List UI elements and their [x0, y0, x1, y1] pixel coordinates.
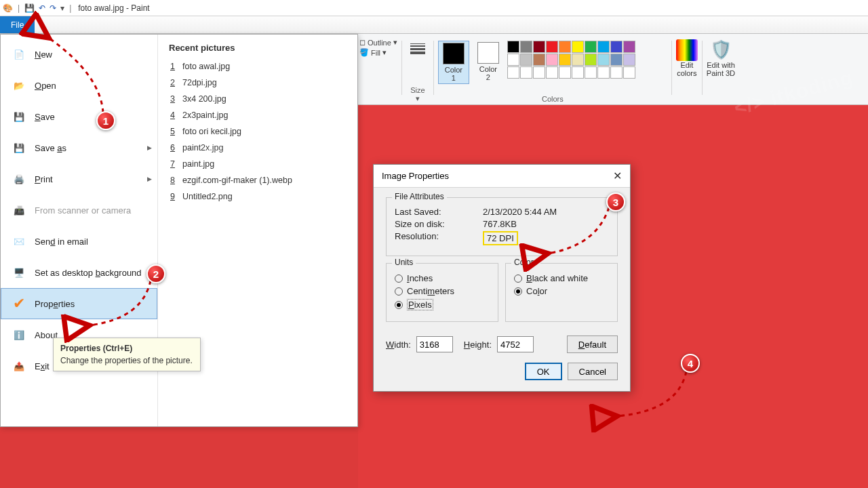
swatch[interactable]: [507, 66, 519, 79]
menu-scanner: 📠From scanner or camera: [1, 195, 157, 226]
recent-item[interactable]: 8ezgif.com-gif-maker (1).webp: [169, 172, 347, 188]
swatch[interactable]: [559, 54, 571, 66]
swatch[interactable]: [585, 41, 597, 53]
paint3d-icon: 🛡️: [710, 39, 732, 61]
swatch[interactable]: [623, 54, 635, 66]
swatch[interactable]: [610, 41, 623, 53]
fill-icon: 🪣: [359, 48, 369, 57]
exit-icon: 📤: [10, 357, 28, 375]
new-icon: 📄: [10, 45, 28, 63]
radio-bw[interactable]: Black and white: [514, 273, 609, 283]
ribbon-size[interactable]: Size▾: [402, 38, 433, 104]
ribbon-tabs: File: [0, 16, 868, 34]
annotation-badge-4: 4: [681, 354, 700, 373]
swatch[interactable]: [623, 66, 635, 79]
annotation-badge-1: 1: [96, 111, 115, 130]
color-swatches[interactable]: [507, 41, 635, 79]
print-icon: 🖨️: [10, 170, 28, 188]
ribbon: ◻Outline ▾ 🪣Fill ▾ Size▾ Color 1 Color 2…: [339, 34, 868, 105]
swatch[interactable]: [520, 41, 532, 53]
menu-save-as[interactable]: 💾Save as▶: [1, 132, 157, 163]
menu-print[interactable]: 🖨️Print▶: [1, 163, 157, 195]
title-filename: foto awal.jpg: [78, 3, 123, 13]
radio-pixels[interactable]: Pixels: [395, 299, 490, 310]
ok-button[interactable]: OK: [525, 363, 562, 380]
recent-item[interactable]: 33x4 200.jpg: [169, 91, 347, 107]
swatch[interactable]: [507, 54, 519, 66]
app-icon: 🎨: [0, 3, 15, 13]
edit-colors-button[interactable]: Edit colors: [672, 38, 702, 79]
annotation-badge-2: 2: [146, 264, 165, 283]
properties-icon: ✔: [10, 295, 28, 312]
swatch[interactable]: [610, 66, 623, 79]
recent-item[interactable]: 1foto awal.jpg: [169, 58, 347, 75]
titlebar: 🎨 | 💾 ↶ ↷ ▾ | foto awal.jpg - Paint: [0, 0, 868, 16]
swatch[interactable]: [597, 54, 610, 66]
swatch[interactable]: [572, 66, 584, 79]
swatch[interactable]: [533, 66, 545, 79]
swatch[interactable]: [572, 41, 584, 53]
open-icon: 📂: [10, 77, 28, 94]
menu-desktop-bg[interactable]: 🖥️Set as desktop background▶: [1, 257, 157, 288]
radio-cm[interactable]: Centimeters: [395, 286, 490, 296]
size-on-disk-value: 767.8KB: [483, 219, 517, 229]
resolution-value: 72 DPI: [483, 231, 518, 245]
email-icon: ✉️: [10, 232, 28, 250]
paint3d-button[interactable]: 🛡️ Edit with Paint 3D: [703, 38, 739, 79]
swatch[interactable]: [572, 54, 584, 66]
scanner-icon: 📠: [10, 201, 28, 219]
radio-color[interactable]: Color: [514, 286, 609, 296]
tooltip-title: Properties (Ctrl+E): [60, 344, 193, 353]
swatch[interactable]: [533, 54, 545, 66]
color2-button[interactable]: Color 2: [473, 41, 503, 83]
qat-redo-icon[interactable]: ↷: [50, 3, 56, 13]
desktop-bg-icon: 🖥️: [10, 264, 28, 281]
swatch[interactable]: [597, 66, 610, 79]
recent-item[interactable]: 6paint2x.jpg: [169, 140, 347, 156]
swatch[interactable]: [585, 54, 597, 66]
recent-item[interactable]: 7paint.jpg: [169, 156, 347, 172]
title-appname: Paint: [131, 3, 149, 13]
annotation-badge-3: 3: [606, 192, 625, 211]
recent-header: Recent pictures: [169, 43, 347, 53]
file-tab[interactable]: File: [0, 16, 35, 33]
swatch[interactable]: [546, 54, 558, 66]
menu-email[interactable]: ✉️Send in email: [1, 226, 157, 257]
swatch[interactable]: [559, 41, 571, 53]
recent-item[interactable]: 42x3paint.jpg: [169, 107, 347, 123]
cancel-button[interactable]: Cancel: [568, 363, 618, 380]
color1-button[interactable]: Color 1: [438, 41, 469, 84]
swatch[interactable]: [507, 41, 519, 53]
recent-item[interactable]: 5foto ori kecil.jpg: [169, 123, 347, 140]
default-button[interactable]: Default: [567, 336, 618, 353]
swatch[interactable]: [559, 66, 571, 79]
swatch[interactable]: [520, 66, 532, 79]
height-input[interactable]: [497, 336, 534, 352]
swatch[interactable]: [546, 41, 558, 53]
size-icon: [410, 42, 425, 56]
swatch[interactable]: [533, 41, 545, 53]
width-input[interactable]: [416, 336, 453, 352]
recent-item[interactable]: 272dpi.jpg: [169, 75, 347, 91]
menu-save[interactable]: 💾Save: [1, 101, 157, 132]
swatch[interactable]: [623, 41, 635, 53]
properties-tooltip: Properties (Ctrl+E) Change the propertie…: [53, 338, 201, 371]
tooltip-body: Change the properties of the picture.: [60, 356, 193, 365]
swatch[interactable]: [585, 66, 597, 79]
menu-properties[interactable]: ✔Properties: [1, 288, 157, 319]
swatch[interactable]: [597, 41, 610, 53]
menu-open[interactable]: 📂Open: [1, 70, 157, 101]
outline-icon: ◻: [359, 38, 366, 47]
radio-inches[interactable]: Inches: [395, 273, 490, 283]
qat-undo-icon[interactable]: ↶: [39, 3, 45, 13]
close-icon[interactable]: ✕: [613, 169, 622, 182]
swatch[interactable]: [520, 54, 532, 66]
file-attributes-group: File Attributes Last Saved:2/13/2020 5:4…: [386, 197, 618, 256]
menu-new[interactable]: 📄New: [1, 39, 157, 70]
recent-item[interactable]: 9Untitled2.png: [169, 188, 347, 205]
qat-save-icon[interactable]: 💾: [24, 3, 35, 13]
swatch[interactable]: [610, 54, 623, 66]
saveas-icon: 💾: [10, 139, 28, 157]
colors-group: Colors Black and white Color: [505, 263, 618, 322]
swatch[interactable]: [546, 66, 558, 79]
